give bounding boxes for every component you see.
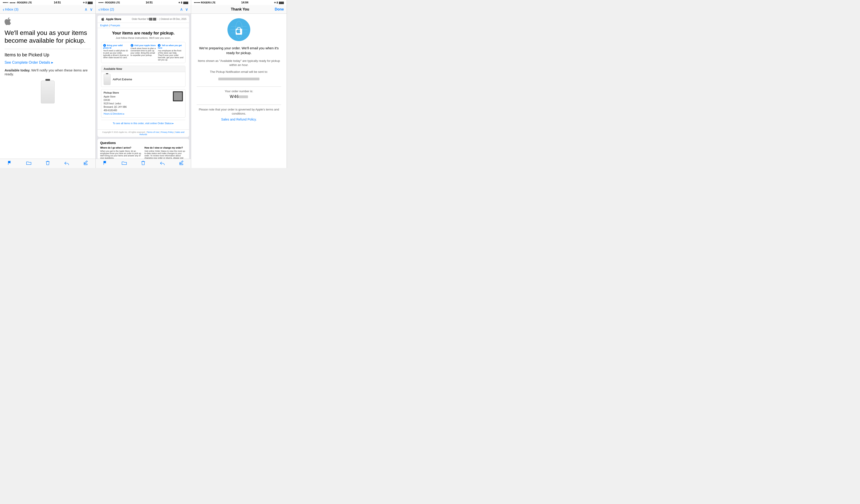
- up-arrow-btn-2[interactable]: ∧: [180, 7, 183, 12]
- carrier-name-1: ●●●●○ ROGERS LTE: [10, 1, 32, 4]
- nav-arrows-2: ∧ ∨: [180, 7, 188, 12]
- nav-bar-2: ‹ Inbox (2) ∧ ∨: [96, 5, 191, 14]
- reply-icon-1: [64, 161, 69, 165]
- divider-1: [4, 49, 91, 49]
- items-section-title: Items to be Picked Up: [4, 52, 91, 58]
- reply-button-2[interactable]: [160, 161, 165, 165]
- q2-text: Visit online Order Status to view the mo…: [145, 150, 187, 159]
- toolbar-1: [0, 159, 96, 168]
- nav-bar-3: Thank You Done: [191, 5, 287, 14]
- time-1: 14:51: [54, 1, 61, 4]
- bluetooth-icon-1: ₿: [86, 1, 87, 4]
- signal-3: ●●●●●: [194, 1, 200, 4]
- available-now-item: AirPort Extreme: [101, 72, 185, 87]
- question-col-2: How do I view or change my order? Visit …: [145, 146, 187, 159]
- step-2: 2 Visit your Apple Store Check store hou…: [131, 44, 156, 61]
- toolbar-2: [96, 159, 191, 168]
- carrier-name-3: ROGERS LTE: [201, 1, 216, 4]
- pickup-store-details: Pickup Store Apple Store DIX30 9120 boul…: [104, 91, 127, 115]
- q1-text: When you get to the Apple Store, let an …: [100, 150, 142, 159]
- lang-english-link[interactable]: English: [100, 24, 109, 27]
- order-details-link[interactable]: See Complete Order Details ▸: [4, 60, 91, 64]
- signal-2: ●●●●○: [98, 1, 104, 4]
- available-today-info: Items shown as "Available today" are typ…: [197, 59, 281, 67]
- icons-2: ✈ ₿ ▓▓▓: [178, 1, 188, 4]
- step2-num: 2: [131, 44, 133, 47]
- panel2-scroll: Apple Store Order Number W██ ██ ··· | Or…: [96, 14, 191, 159]
- step3-num: 3: [158, 44, 160, 47]
- preparing-text: We're preparing your order. We'll email …: [197, 46, 281, 55]
- email-header: Apple Store Order Number W██ ██ ··· | Or…: [98, 15, 189, 23]
- folder-button-2[interactable]: [122, 161, 127, 165]
- order-number-label-3: Your order number is:: [225, 89, 253, 93]
- done-button-3[interactable]: Done: [275, 7, 284, 11]
- pickup-steps: 1 Bring your valid photo ID You'll need …: [101, 42, 186, 63]
- step1-num: 1: [103, 44, 106, 47]
- order-num-redacted: [239, 96, 248, 98]
- folder-button-1[interactable]: [26, 161, 31, 165]
- order-status-anchor[interactable]: To see all items in this order, visit on…: [113, 122, 174, 125]
- hours-directions-link[interactable]: Hours & Directions ▸: [104, 113, 125, 115]
- trash-button-2[interactable]: [141, 161, 145, 165]
- folder-icon-1: [26, 161, 31, 165]
- compose-button-1[interactable]: [84, 161, 88, 165]
- available-now-header: Available Now: [101, 66, 185, 72]
- terms-text: Please note that your order is governed …: [197, 107, 281, 116]
- apple-logo-svg: [4, 17, 11, 25]
- footer-copyright: Copyright © 2015 Apple Inc. All rights r…: [102, 131, 145, 133]
- step1-title: 1 Bring your valid photo ID: [103, 44, 129, 49]
- flag-button-2[interactable]: [103, 161, 107, 165]
- questions-card: Questions Where do I go when I arrive? W…: [98, 139, 189, 159]
- policy-link[interactable]: Sales and Refund Policy.: [221, 117, 256, 121]
- reply-icon-2: [160, 161, 165, 165]
- thank-you-icon: [227, 18, 250, 41]
- available-now-section: Available Now AirPort Extreme: [101, 66, 186, 87]
- store-info-name: Apple Store: [104, 95, 127, 98]
- flag-icon-2: [103, 161, 107, 165]
- notification-info: The Pickup Notification email will be se…: [210, 70, 268, 74]
- status-bar-3: ●●●●● ROGERS LTE 14:04 ✈ ₿ ▓▓▓: [191, 0, 287, 5]
- store-name-label: Apple Store: [106, 18, 121, 21]
- trash-button-1[interactable]: [46, 161, 50, 165]
- compose-button-2[interactable]: [179, 161, 184, 165]
- lang-french-link[interactable]: Français: [111, 24, 120, 27]
- panel-1: ●●●●○ ●●●●○ ROGERS LTE 14:51 ✈ ₿ ▓▓▓ ‹ I…: [0, 0, 96, 168]
- qr-inner: [174, 92, 182, 100]
- back-button-1[interactable]: ‹ Inbox (3): [3, 7, 18, 12]
- order-date: Ordered on 09 Dec, 2015: [160, 18, 186, 20]
- pickup-store-info: Apple Store DIX30 9120 boul. Leduc Bross…: [104, 95, 127, 115]
- question-col-1: Where do I go when I arrive? When you ge…: [100, 146, 142, 159]
- q2-title: How do I view or change my order?: [145, 146, 187, 149]
- step-1: 1 Bring your valid photo ID You'll need …: [103, 44, 129, 61]
- flag-icon-1: [7, 161, 12, 165]
- store-info-addr1: 9120 boul. Leduc: [104, 102, 127, 105]
- location-icon-2: ✈: [178, 1, 180, 4]
- order-number-value: W46: [230, 94, 248, 99]
- flag-button-1[interactable]: [7, 161, 12, 165]
- down-arrow-btn-1[interactable]: ∨: [90, 7, 93, 12]
- back-label-1: Inbox (3): [5, 7, 18, 11]
- footer-terms-link[interactable]: Terms of Use: [147, 131, 159, 133]
- carrier-name-2: ROGERS LTE: [105, 1, 120, 4]
- footer-privacy-link[interactable]: Privacy Policy: [161, 131, 174, 133]
- reply-button-1[interactable]: [64, 161, 69, 165]
- q1-title: Where do I go when I arrive?: [100, 146, 142, 149]
- back-arrow-icon-2: ‹: [98, 7, 100, 12]
- panel-2: ●●●●○ ROGERS LTE 14:51 ✈ ₿ ▓▓▓ ‹ Inbox (…: [96, 0, 191, 168]
- up-arrow-btn-1[interactable]: ∧: [85, 7, 87, 12]
- panel1-headline: We'll email you as your items become ava…: [4, 29, 91, 44]
- email-card-main: Apple Store Order Number W██ ██ ··· | Or…: [98, 15, 189, 137]
- time-3: 14:04: [241, 1, 248, 4]
- email-body: Your items are ready for pickup. Just fo…: [98, 28, 189, 129]
- down-arrow-btn-2[interactable]: ∨: [185, 7, 188, 12]
- step2-title: 2 Visit your Apple Store: [131, 44, 156, 47]
- airport-small-image: [104, 74, 111, 85]
- carrier-2: ●●●●○ ROGERS LTE: [98, 1, 120, 4]
- trash-icon-1: [46, 161, 50, 165]
- carrier-signal-1: ●●●●○ ●●●●○ ROGERS LTE: [3, 1, 32, 4]
- location-icon-3: ✈: [274, 1, 276, 4]
- lang-bar: English | Français: [98, 23, 189, 28]
- back-button-2[interactable]: ‹ Inbox (2): [98, 7, 114, 12]
- order-number-label: Order Number W██ ██ ···: [132, 18, 159, 20]
- pickup-store-label: Pickup Store: [104, 91, 127, 94]
